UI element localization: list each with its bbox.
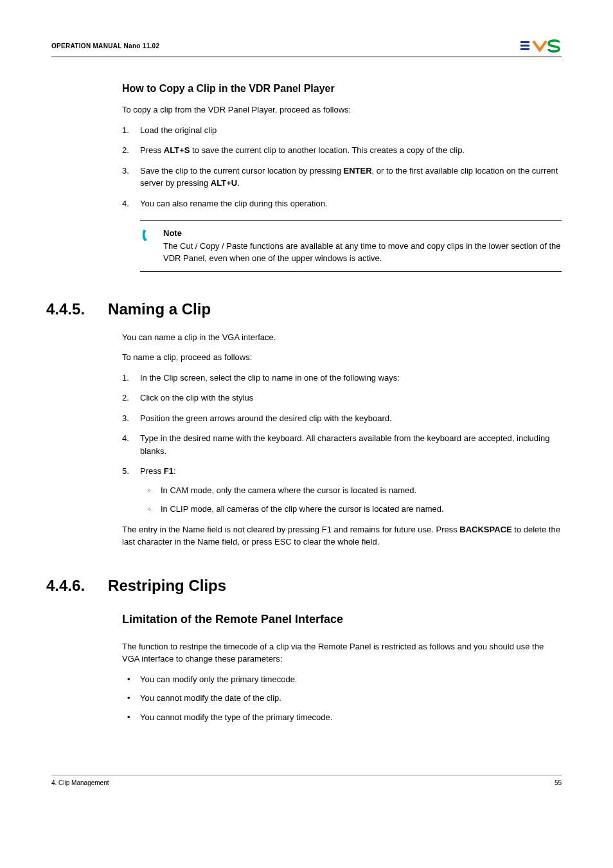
section-number: 4.4.6. bbox=[46, 577, 85, 595]
list-item: In the Clip screen, select the clip to n… bbox=[122, 372, 562, 384]
list-item: You can modify only the primary timecode… bbox=[122, 673, 562, 686]
list-item: Press ALT+S to save the current clip to … bbox=[122, 144, 562, 157]
section-number: 4.4.5. bbox=[46, 300, 85, 318]
keyboard-shortcut: ALT+S bbox=[164, 145, 190, 155]
heading-copy-clip: How to Copy a Clip in the VDR Panel Play… bbox=[122, 83, 562, 95]
manual-title: OPERATION MANUAL Nano 11.02 bbox=[51, 42, 159, 50]
section-copy-clip: How to Copy a Clip in the VDR Panel Play… bbox=[122, 83, 562, 272]
note-callout: Note The Cut / Copy / Paste functions ar… bbox=[140, 220, 562, 272]
sub-list: In CAM mode, only the camera where the c… bbox=[140, 484, 562, 516]
subheading-limitation: Limitation of the Remote Panel Interface bbox=[122, 613, 562, 626]
footer-page-number: 55 bbox=[555, 779, 562, 786]
keyboard-shortcut: ENTER bbox=[344, 166, 372, 176]
section-title: Restriping Clips bbox=[108, 577, 226, 595]
evs-logo bbox=[520, 39, 562, 53]
page-header: OPERATION MANUAL Nano 11.02 bbox=[51, 39, 562, 57]
svg-rect-0 bbox=[520, 41, 529, 43]
page-footer: 4. Clip Management 55 bbox=[51, 775, 562, 786]
steps-list: In the Clip screen, select the clip to n… bbox=[122, 372, 562, 516]
list-item: In CAM mode, only the camera where the c… bbox=[140, 484, 562, 497]
section-heading-naming: 4.4.5. Naming a Clip bbox=[46, 300, 562, 318]
list-item: Press F1: In CAM mode, only the camera w… bbox=[122, 465, 562, 516]
list-item: Position the green arrows around the des… bbox=[122, 412, 562, 425]
text-fragment: . bbox=[237, 178, 240, 188]
list-item: You can also rename the clip during this… bbox=[122, 197, 562, 210]
text-fragment: : bbox=[173, 466, 176, 476]
keyboard-shortcut: BACKSPACE bbox=[459, 525, 511, 534]
section-title: Naming a Clip bbox=[108, 300, 211, 318]
intro-text: To name a clip, proceed as follows: bbox=[122, 351, 562, 364]
outro-text: The entry in the Name field is not clear… bbox=[122, 523, 562, 548]
text-fragment: The entry in the Name field is not clear… bbox=[122, 525, 459, 534]
note-icon bbox=[140, 227, 154, 265]
list-item: You cannot modify the date of the clip. bbox=[122, 692, 562, 705]
keyboard-shortcut: F1 bbox=[164, 466, 173, 476]
svg-rect-2 bbox=[520, 48, 529, 50]
section-heading-restriping: 4.4.6. Restriping Clips bbox=[46, 577, 562, 595]
intro-text: The function to restripe the timecode of… bbox=[122, 640, 562, 665]
footer-chapter: 4. Clip Management bbox=[51, 779, 109, 786]
intro-text: To copy a clip from the VDR Panel Player… bbox=[122, 104, 562, 116]
note-content: Note The Cut / Copy / Paste functions ar… bbox=[163, 227, 562, 265]
text-fragment: Save the clip to the current cursor loca… bbox=[140, 166, 344, 176]
steps-list: Load the original clip Press ALT+S to sa… bbox=[122, 124, 562, 210]
text-fragment: to save the current clip to another loca… bbox=[190, 145, 465, 155]
note-label: Note bbox=[163, 227, 562, 240]
text-fragment: Press bbox=[140, 466, 164, 476]
list-item: In CLIP mode, all cameras of the clip wh… bbox=[140, 503, 562, 516]
text-fragment: Press bbox=[140, 145, 164, 155]
list-item: Type in the desired name with the keyboa… bbox=[122, 432, 562, 457]
list-item: Click on the clip with the stylus bbox=[122, 392, 562, 404]
bullets-list: You can modify only the primary timecode… bbox=[122, 673, 562, 724]
list-item: Save the clip to the current cursor loca… bbox=[122, 165, 562, 190]
list-item: Load the original clip bbox=[122, 124, 562, 137]
list-item: You cannot modify the type of the primar… bbox=[122, 711, 562, 724]
keyboard-shortcut: ALT+U bbox=[211, 178, 237, 188]
note-text: The Cut / Copy / Paste functions are ava… bbox=[163, 241, 561, 264]
intro-text: You can name a clip in the VGA interface… bbox=[122, 331, 562, 344]
svg-rect-1 bbox=[520, 45, 529, 47]
